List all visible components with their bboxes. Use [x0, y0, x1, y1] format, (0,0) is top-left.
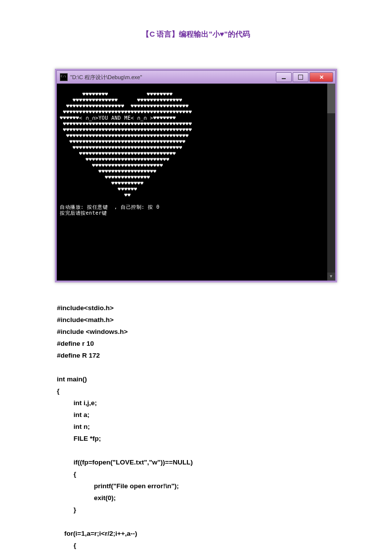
scroll-down-arrow[interactable]: ▼: [327, 273, 335, 280]
console-window: "D:\C 程序设计\Debug\m.exe" ♥♥♥♥♥♥♥♥ ♥♥♥♥♥♥♥…: [55, 69, 337, 282]
window-title-text: "D:\C 程序设计\Debug\m.exe": [70, 74, 142, 81]
minimize-button[interactable]: [276, 72, 292, 82]
page-title: 【C 语言】编程输出"小♥"的代码: [0, 30, 392, 39]
maximize-button[interactable]: [293, 72, 308, 82]
console-output-area: ♥♥♥♥♥♥♥♥ ♥♥♥♥♥♥♥♥ ♥♥♥♥♥♥♥♥♥♥♥♥♥♥ ♥♥♥♥♥♥♥…: [57, 84, 335, 280]
source-code: #include<stdio.h> #include<math.h> #incl…: [57, 302, 392, 552]
console-text: ♥♥♥♥♥♥♥♥ ♥♥♥♥♥♥♥♥ ♥♥♥♥♥♥♥♥♥♥♥♥♥♥ ♥♥♥♥♥♥♥…: [60, 92, 192, 216]
scrollbar-thumb[interactable]: [327, 84, 335, 113]
window-titlebar: "D:\C 程序设计\Debug\m.exe": [57, 71, 335, 84]
window-buttons: [275, 72, 333, 82]
console-icon: [60, 73, 68, 81]
scrollbar-track[interactable]: ▲ ▼: [327, 84, 335, 280]
close-button[interactable]: [309, 72, 333, 82]
